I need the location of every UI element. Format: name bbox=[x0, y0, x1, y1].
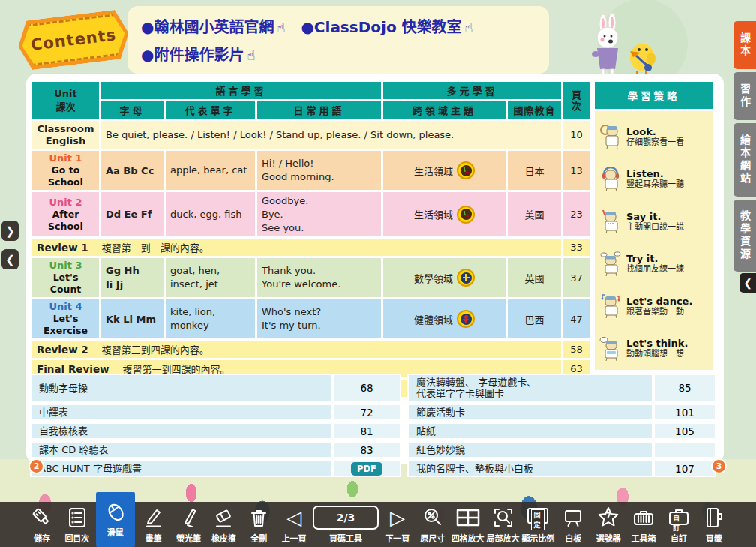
back-to-contents-button[interactable]: 回目次 bbox=[61, 502, 94, 547]
previous-page-button[interactable]: ◁ 上一頁 bbox=[278, 502, 310, 547]
unit1-daily: Hi! / Hello! Good morning. bbox=[256, 150, 382, 191]
custom-toolbox-button[interactable]: 自訂 自訂 bbox=[662, 502, 695, 547]
eraser-tool-button[interactable]: 橡皮擦 bbox=[207, 502, 240, 547]
toolbox-button[interactable]: 工具箱 bbox=[627, 502, 660, 547]
life-curriculum-badge-icon bbox=[457, 206, 475, 224]
four-pane-grid-icon bbox=[455, 504, 481, 531]
list-item: Look.仔細觀察看一看 bbox=[599, 124, 710, 149]
link-classdojo[interactable]: ●ClassDojo 快樂教室 bbox=[301, 18, 461, 36]
highlighter-tool-button[interactable]: 螢光筆 bbox=[172, 502, 206, 547]
page-number: 47 bbox=[562, 299, 591, 340]
page-indicator-tool[interactable]: 2/3 頁碼工具 bbox=[313, 502, 379, 547]
page-number: 13 bbox=[562, 150, 591, 191]
pdf-button[interactable]: PDF bbox=[351, 462, 382, 476]
table-row[interactable]: Unit 3Let's Count Gg Hh Ii Jj goat, hen,… bbox=[32, 257, 591, 299]
page-number: 23 bbox=[562, 191, 591, 238]
page-forward-handle[interactable]: ❯ bbox=[2, 221, 19, 241]
number-picker-button[interactable]: 7 選號器 bbox=[592, 502, 625, 547]
unit4-words: kite, lion, monkey bbox=[165, 299, 256, 340]
delete-all-button[interactable]: 全刪 bbox=[242, 502, 275, 547]
column-header-key-words: 代表單字 bbox=[165, 101, 256, 120]
page-number: 33 bbox=[562, 238, 591, 257]
table-row[interactable]: Review 2複習第三到四課的內容。 58 bbox=[32, 340, 591, 359]
display-scale-button[interactable]: 固定 顯示比例 bbox=[521, 502, 554, 547]
tab-picturebook-site[interactable]: 繪本網站 bbox=[734, 123, 756, 197]
page-number: 37 bbox=[562, 257, 591, 299]
list-item: Let's think.動動頭腦想一想 bbox=[599, 336, 710, 362]
page-indicator-box[interactable]: 2/3 bbox=[313, 506, 379, 530]
contents-badge-inner: Contents bbox=[20, 13, 128, 67]
list-item: Try it.找個朋友練一練 bbox=[599, 251, 710, 277]
health-pe-badge-icon bbox=[457, 310, 475, 328]
math-curriculum-badge-icon bbox=[457, 269, 475, 287]
unit1-country: 日本 bbox=[507, 150, 562, 191]
bunny-chick-illustration bbox=[564, 11, 669, 80]
unit3-words: goat, hen, insect, jet bbox=[165, 257, 256, 299]
unit3-country: 英國 bbox=[507, 257, 562, 299]
appendix-item-label: 課本 CD 聆聽表 bbox=[30, 441, 332, 458]
unit4-domain: 健體領域 bbox=[382, 299, 507, 340]
appendix-item-label: 貼紙 bbox=[407, 422, 653, 440]
unit1-letters: Aa Bb Cc bbox=[100, 150, 165, 191]
appendix-item-page: 107 bbox=[653, 460, 716, 477]
pen-tool-button[interactable]: 畫筆 bbox=[137, 502, 170, 547]
link-hanlin-website[interactable]: ●翰林國小英語官網 bbox=[141, 18, 274, 36]
pencil-icon bbox=[142, 504, 165, 531]
collapse-panel-button[interactable]: ❮ bbox=[740, 273, 756, 293]
table-row[interactable]: ClassroomEnglish Be quiet, please. / Lis… bbox=[32, 120, 591, 150]
save-button[interactable]: 儲存 bbox=[26, 502, 58, 547]
tab-textbook[interactable]: 課本 bbox=[734, 21, 756, 69]
appendix-item-page bbox=[653, 441, 716, 458]
page-number: 10 bbox=[562, 120, 591, 150]
tab-teaching-resources[interactable]: 教學資源 bbox=[734, 200, 756, 272]
unit3-daily: Thank you. You're welcome. bbox=[256, 257, 382, 299]
table-row[interactable]: Review 1複習第一到二課的內容。 33 bbox=[32, 238, 591, 257]
column-header-intl-education: 國際教育 bbox=[507, 101, 562, 120]
learning-strategy-panel: 學習策略 Look.仔細觀察看一看 bbox=[592, 80, 715, 372]
page-tab-button[interactable]: 頁籤 bbox=[698, 502, 730, 547]
table-row[interactable]: Unit 2After School Dd Ee Ff duck, egg, f… bbox=[32, 191, 591, 238]
original-size-button[interactable]: 原尺寸 bbox=[416, 502, 449, 547]
whiteboard-button[interactable]: 白板 bbox=[556, 502, 590, 547]
usb-save-icon bbox=[31, 504, 53, 531]
chevron-left-icon: ❮ bbox=[5, 253, 15, 266]
column-header-unit: Unit課次 bbox=[32, 81, 100, 120]
link-attachment-videos[interactable]: ●附件操作影片 bbox=[141, 46, 244, 64]
table-row[interactable]: Unit 4Let's Exercise Kk Ll Mm kite, lion… bbox=[32, 299, 591, 340]
list-item: Let's dance.跟著音樂動一動 bbox=[599, 293, 710, 319]
appendix-item-label: 動動字母操 bbox=[30, 374, 332, 402]
bottom-toolbar: 儲存 回目次 滑鼠 畫筆 螢光筆 bbox=[0, 502, 756, 547]
toolbox-icon bbox=[632, 504, 656, 531]
chevron-right-icon: ❯ bbox=[5, 224, 15, 238]
display-scale-icon: 固定 bbox=[524, 504, 551, 531]
tab-workbook[interactable]: 習作 bbox=[734, 72, 756, 120]
page-back-handle[interactable]: ❮ bbox=[2, 249, 19, 269]
next-page-button[interactable]: ▷ 下一頁 bbox=[381, 502, 414, 547]
column-header-cross-domain: 跨領域主題 bbox=[382, 101, 507, 120]
list-item: Listen.豎起耳朵聽一聽 bbox=[599, 167, 710, 192]
ebook-reader-screen: Contents ●翰林國小英語官網☝ ●ClassDojo 快樂教室☝ ●附件… bbox=[0, 0, 756, 547]
review2-row: Review 2複習第三到四課的內容。 bbox=[32, 340, 562, 359]
mouse-tool-button[interactable]: 滑鼠 bbox=[96, 492, 135, 547]
appendix-item-page: 101 bbox=[653, 404, 716, 421]
four-pane-zoom-button[interactable]: 四格放大 bbox=[452, 502, 484, 547]
unit4-letters: Kk Ll Mm bbox=[100, 299, 165, 340]
book-page-number-right: 3 bbox=[711, 458, 727, 474]
robot-try-icon bbox=[599, 251, 622, 277]
links-line-1: ●翰林國小英語官網☝ ●ClassDojo 快樂教室☝ bbox=[141, 14, 536, 41]
appendix-item-page: 85 bbox=[653, 374, 716, 402]
learning-strategy-list: Look.仔細觀察看一看 Listen.豎起耳朵聽一聽 bbox=[592, 111, 715, 372]
unit1-domain: 生活領域 bbox=[382, 150, 507, 191]
column-header-multi-learning: 多元學習 bbox=[382, 81, 562, 101]
trash-icon bbox=[248, 504, 270, 531]
appendix-section: 動動字母操 68 魔法轉轉盤、 字母遊戲卡、 代表單字字卡與圖卡 85 中譯表 … bbox=[30, 374, 716, 479]
unit3-title: Unit 3Let's Count bbox=[32, 257, 100, 299]
column-header-daily-expressions: 日常用語 bbox=[256, 101, 382, 120]
appendix-item-page: 81 bbox=[332, 422, 401, 440]
contents-list-icon bbox=[66, 504, 88, 531]
contents-badge-label: Contents bbox=[30, 26, 118, 54]
partial-zoom-button[interactable]: 局部放大 bbox=[487, 502, 520, 547]
appendix-row: ABC HUNT 字母遊戲書 PDF 我的名牌卡、墊板與小白板 107 bbox=[30, 460, 716, 477]
appendix-item-label: 中譯表 bbox=[30, 404, 332, 421]
table-row[interactable]: Unit 1Go to School Aa Bb Cc apple, bear,… bbox=[32, 150, 591, 191]
